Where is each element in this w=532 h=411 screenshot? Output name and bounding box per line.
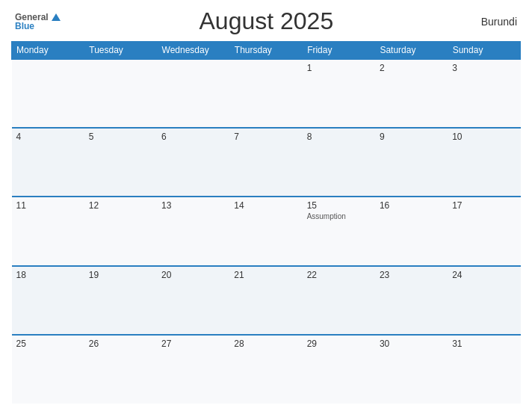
table-row: 29 bbox=[303, 335, 375, 404]
table-row: 21 bbox=[229, 266, 302, 335]
day-number: 16 bbox=[380, 200, 443, 211]
table-row: 4 bbox=[12, 128, 84, 197]
day-number: 27 bbox=[161, 339, 225, 349]
day-number: 13 bbox=[161, 200, 225, 211]
calendar-week-row: 45678910 bbox=[12, 128, 521, 197]
table-row: 7 bbox=[229, 128, 302, 197]
table-row: 31 bbox=[448, 335, 520, 404]
day-number: 5 bbox=[89, 132, 152, 142]
day-number: 1 bbox=[307, 63, 371, 73]
header-saturday: Saturday bbox=[375, 42, 448, 60]
table-row bbox=[229, 59, 302, 128]
day-number: 11 bbox=[16, 200, 80, 211]
day-number: 4 bbox=[16, 132, 80, 142]
table-row: 26 bbox=[84, 335, 157, 404]
calendar-header: General Blue August 2025 Burundi bbox=[11, 7, 521, 35]
table-row bbox=[12, 59, 84, 128]
table-row: 30 bbox=[375, 335, 448, 404]
day-number: 26 bbox=[89, 339, 152, 349]
calendar-table: Monday Tuesday Wednesday Thursday Friday… bbox=[11, 41, 521, 404]
logo-general: General bbox=[15, 13, 49, 22]
header-sunday: Sunday bbox=[448, 42, 520, 60]
calendar-week-row: 123 bbox=[12, 59, 521, 128]
day-number: 23 bbox=[380, 270, 443, 280]
day-number: 24 bbox=[452, 270, 516, 280]
day-number: 12 bbox=[89, 200, 152, 211]
day-number: 10 bbox=[452, 132, 516, 142]
table-row: 12 bbox=[84, 197, 157, 265]
table-row: 23 bbox=[375, 266, 448, 335]
day-number: 19 bbox=[89, 270, 152, 280]
table-row: 8 bbox=[303, 128, 375, 197]
table-row: 27 bbox=[157, 335, 229, 404]
day-number: 18 bbox=[16, 270, 80, 280]
header-wednesday: Wednesday bbox=[157, 42, 229, 60]
day-number: 29 bbox=[307, 339, 371, 349]
table-row: 10 bbox=[448, 128, 520, 197]
table-row: 20 bbox=[157, 266, 229, 335]
table-row bbox=[157, 59, 229, 128]
day-number: 30 bbox=[380, 339, 443, 349]
day-number: 20 bbox=[161, 270, 225, 280]
day-number: 7 bbox=[234, 132, 297, 142]
day-event: Assumption bbox=[307, 212, 371, 220]
day-number: 9 bbox=[380, 132, 443, 142]
day-number: 21 bbox=[234, 270, 297, 280]
calendar-wrapper: General Blue August 2025 Burundi Monday … bbox=[0, 0, 532, 411]
table-row: 28 bbox=[229, 335, 302, 404]
table-row: 15Assumption bbox=[303, 197, 375, 265]
day-number: 3 bbox=[452, 63, 516, 73]
table-row: 13 bbox=[157, 197, 229, 265]
table-row: 19 bbox=[84, 266, 157, 335]
weekday-header-row: Monday Tuesday Wednesday Thursday Friday… bbox=[12, 42, 521, 60]
table-row: 11 bbox=[12, 197, 84, 265]
day-number: 15 bbox=[307, 200, 371, 211]
calendar-week-row: 25262728293031 bbox=[12, 335, 521, 404]
day-number: 8 bbox=[307, 132, 371, 142]
table-row: 1 bbox=[303, 59, 375, 128]
table-row: 14 bbox=[229, 197, 302, 265]
day-number: 14 bbox=[234, 200, 297, 211]
table-row: 6 bbox=[157, 128, 229, 197]
logo: General Blue bbox=[15, 13, 61, 31]
day-number: 25 bbox=[16, 339, 80, 349]
calendar-week-row: 1112131415Assumption1617 bbox=[12, 197, 521, 265]
day-number: 28 bbox=[234, 339, 297, 349]
month-title: August 2025 bbox=[61, 7, 472, 35]
table-row: 16 bbox=[375, 197, 448, 265]
day-number: 17 bbox=[452, 200, 516, 211]
table-row: 25 bbox=[12, 335, 84, 404]
calendar-week-row: 18192021222324 bbox=[12, 266, 521, 335]
header-friday: Friday bbox=[303, 42, 375, 60]
header-tuesday: Tuesday bbox=[84, 42, 157, 60]
country-label: Burundi bbox=[472, 16, 517, 28]
table-row bbox=[84, 59, 157, 128]
table-row: 3 bbox=[448, 59, 520, 128]
table-row: 18 bbox=[12, 266, 84, 335]
table-row: 5 bbox=[84, 128, 157, 197]
table-row: 2 bbox=[375, 59, 448, 128]
header-monday: Monday bbox=[12, 42, 84, 60]
table-row: 22 bbox=[303, 266, 375, 335]
table-row: 9 bbox=[375, 128, 448, 197]
day-number: 2 bbox=[380, 63, 443, 73]
day-number: 22 bbox=[307, 270, 371, 280]
day-number: 6 bbox=[161, 132, 225, 142]
table-row: 24 bbox=[448, 266, 520, 335]
header-thursday: Thursday bbox=[229, 42, 302, 60]
logo-blue: Blue bbox=[15, 22, 61, 31]
day-number: 31 bbox=[452, 339, 516, 349]
logo-triangle-icon bbox=[52, 13, 61, 21]
table-row: 17 bbox=[448, 197, 520, 265]
